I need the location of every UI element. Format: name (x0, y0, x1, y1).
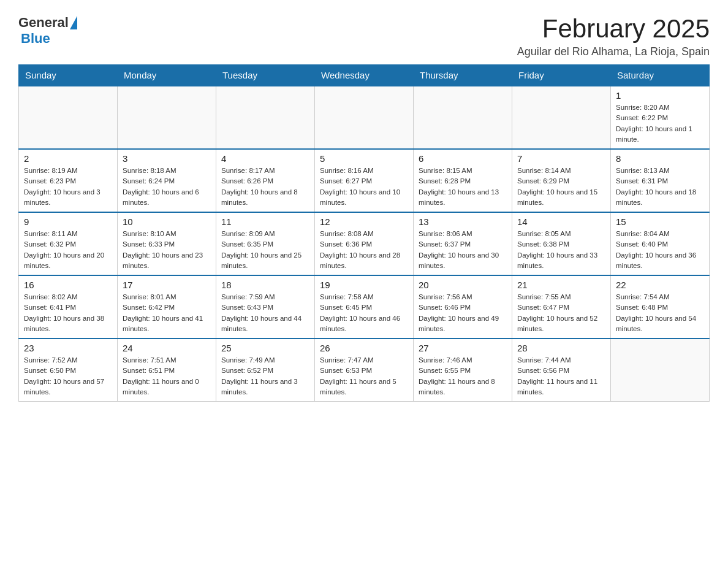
calendar-cell (216, 86, 315, 149)
calendar-cell: 15Sunrise: 8:04 AM Sunset: 6:40 PM Dayli… (611, 212, 710, 275)
day-number: 4 (221, 153, 309, 164)
day-info: Sunrise: 8:04 AM Sunset: 6:40 PM Dayligh… (616, 229, 704, 271)
page-header: General Blue February 2025 Aguilar del R… (18, 15, 710, 58)
day-number: 19 (320, 280, 408, 290)
day-info: Sunrise: 7:56 AM Sunset: 6:46 PM Dayligh… (419, 292, 507, 334)
location-text: Aguilar del Rio Alhama, La Rioja, Spain (517, 45, 710, 58)
day-number: 20 (419, 280, 507, 290)
day-number: 21 (517, 280, 605, 290)
calendar-cell (118, 86, 216, 149)
calendar-weekday-header: Tuesday (216, 65, 315, 86)
day-info: Sunrise: 7:58 AM Sunset: 6:45 PM Dayligh… (320, 292, 408, 334)
calendar-cell (19, 86, 118, 149)
calendar-cell: 27Sunrise: 7:46 AM Sunset: 6:55 PM Dayli… (414, 339, 512, 402)
day-info: Sunrise: 8:19 AM Sunset: 6:23 PM Dayligh… (24, 166, 112, 208)
day-info: Sunrise: 8:09 AM Sunset: 6:35 PM Dayligh… (221, 229, 309, 271)
month-title: February 2025 (517, 15, 710, 43)
calendar-cell: 4Sunrise: 8:17 AM Sunset: 6:26 PM Daylig… (216, 149, 315, 212)
calendar-cell: 1Sunrise: 8:20 AM Sunset: 6:22 PM Daylig… (611, 86, 710, 149)
calendar-cell: 2Sunrise: 8:19 AM Sunset: 6:23 PM Daylig… (19, 149, 118, 212)
day-number: 11 (221, 216, 309, 227)
day-number: 28 (517, 343, 605, 353)
calendar-cell: 8Sunrise: 8:13 AM Sunset: 6:31 PM Daylig… (611, 149, 710, 212)
calendar-cell: 21Sunrise: 7:55 AM Sunset: 6:47 PM Dayli… (512, 275, 611, 339)
day-info: Sunrise: 8:14 AM Sunset: 6:29 PM Dayligh… (517, 166, 605, 208)
day-number: 26 (320, 343, 408, 353)
day-info: Sunrise: 7:59 AM Sunset: 6:43 PM Dayligh… (221, 292, 309, 334)
calendar-cell: 14Sunrise: 8:05 AM Sunset: 6:38 PM Dayli… (512, 212, 611, 275)
day-info: Sunrise: 7:44 AM Sunset: 6:56 PM Dayligh… (517, 355, 605, 397)
calendar-weekday-header: Friday (512, 65, 611, 86)
calendar-cell (315, 86, 414, 149)
calendar-cell: 7Sunrise: 8:14 AM Sunset: 6:29 PM Daylig… (512, 149, 611, 212)
calendar-cell: 18Sunrise: 7:59 AM Sunset: 6:43 PM Dayli… (216, 275, 315, 339)
calendar-cell: 24Sunrise: 7:51 AM Sunset: 6:51 PM Dayli… (118, 339, 216, 402)
logo-blue-text: Blue (21, 31, 50, 46)
calendar-weekday-header: Wednesday (315, 65, 414, 86)
calendar-cell (611, 339, 710, 402)
day-number: 15 (616, 216, 704, 227)
day-number: 16 (24, 280, 112, 290)
calendar-week-row: 23Sunrise: 7:52 AM Sunset: 6:50 PM Dayli… (19, 339, 710, 402)
day-info: Sunrise: 7:54 AM Sunset: 6:48 PM Dayligh… (616, 292, 704, 334)
day-info: Sunrise: 7:47 AM Sunset: 6:53 PM Dayligh… (320, 355, 408, 397)
calendar-cell: 11Sunrise: 8:09 AM Sunset: 6:35 PM Dayli… (216, 212, 315, 275)
day-number: 7 (517, 153, 605, 164)
day-number: 3 (123, 153, 211, 164)
day-info: Sunrise: 8:06 AM Sunset: 6:37 PM Dayligh… (419, 229, 507, 271)
day-info: Sunrise: 8:05 AM Sunset: 6:38 PM Dayligh… (517, 229, 605, 271)
calendar-table: SundayMondayTuesdayWednesdayThursdayFrid… (18, 64, 710, 402)
day-number: 17 (123, 280, 211, 290)
day-info: Sunrise: 8:10 AM Sunset: 6:33 PM Dayligh… (123, 229, 211, 271)
day-info: Sunrise: 8:11 AM Sunset: 6:32 PM Dayligh… (24, 229, 112, 271)
day-number: 12 (320, 216, 408, 227)
day-number: 2 (24, 153, 112, 164)
calendar-weekday-header: Thursday (414, 65, 512, 86)
day-number: 9 (24, 216, 112, 227)
day-number: 23 (24, 343, 112, 353)
calendar-week-row: 1Sunrise: 8:20 AM Sunset: 6:22 PM Daylig… (19, 86, 710, 149)
calendar-cell: 25Sunrise: 7:49 AM Sunset: 6:52 PM Dayli… (216, 339, 315, 402)
day-info: Sunrise: 7:49 AM Sunset: 6:52 PM Dayligh… (221, 355, 309, 397)
calendar-header-row: SundayMondayTuesdayWednesdayThursdayFrid… (19, 65, 710, 86)
calendar-week-row: 16Sunrise: 8:02 AM Sunset: 6:41 PM Dayli… (19, 275, 710, 339)
day-info: Sunrise: 7:52 AM Sunset: 6:50 PM Dayligh… (24, 355, 112, 397)
day-number: 1 (616, 90, 704, 101)
day-number: 24 (123, 343, 211, 353)
calendar-cell: 10Sunrise: 8:10 AM Sunset: 6:33 PM Dayli… (118, 212, 216, 275)
calendar-cell (512, 86, 611, 149)
calendar-cell: 13Sunrise: 8:06 AM Sunset: 6:37 PM Dayli… (414, 212, 512, 275)
day-number: 27 (419, 343, 507, 353)
calendar-cell: 17Sunrise: 8:01 AM Sunset: 6:42 PM Dayli… (118, 275, 216, 339)
day-number: 8 (616, 153, 704, 164)
day-number: 10 (123, 216, 211, 227)
calendar-cell: 23Sunrise: 7:52 AM Sunset: 6:50 PM Dayli… (19, 339, 118, 402)
calendar-cell: 6Sunrise: 8:15 AM Sunset: 6:28 PM Daylig… (414, 149, 512, 212)
day-info: Sunrise: 8:01 AM Sunset: 6:42 PM Dayligh… (123, 292, 211, 334)
day-number: 25 (221, 343, 309, 353)
logo-general-text: General (18, 15, 69, 31)
calendar-cell: 28Sunrise: 7:44 AM Sunset: 6:56 PM Dayli… (512, 339, 611, 402)
calendar-cell: 19Sunrise: 7:58 AM Sunset: 6:45 PM Dayli… (315, 275, 414, 339)
header-title-block: February 2025 Aguilar del Rio Alhama, La… (517, 15, 710, 58)
logo-triangle-icon (70, 16, 77, 29)
day-info: Sunrise: 8:15 AM Sunset: 6:28 PM Dayligh… (419, 166, 507, 208)
day-info: Sunrise: 8:20 AM Sunset: 6:22 PM Dayligh… (616, 102, 704, 145)
day-number: 6 (419, 153, 507, 164)
day-info: Sunrise: 8:08 AM Sunset: 6:36 PM Dayligh… (320, 229, 408, 271)
calendar-weekday-header: Saturday (611, 65, 710, 86)
day-number: 18 (221, 280, 309, 290)
day-info: Sunrise: 7:51 AM Sunset: 6:51 PM Dayligh… (123, 355, 211, 397)
calendar-cell: 22Sunrise: 7:54 AM Sunset: 6:48 PM Dayli… (611, 275, 710, 339)
day-info: Sunrise: 8:18 AM Sunset: 6:24 PM Dayligh… (123, 166, 211, 208)
calendar-cell: 9Sunrise: 8:11 AM Sunset: 6:32 PM Daylig… (19, 212, 118, 275)
day-number: 22 (616, 280, 704, 290)
calendar-cell: 12Sunrise: 8:08 AM Sunset: 6:36 PM Dayli… (315, 212, 414, 275)
day-number: 13 (419, 216, 507, 227)
calendar-weekday-header: Monday (118, 65, 216, 86)
calendar-cell: 20Sunrise: 7:56 AM Sunset: 6:46 PM Dayli… (414, 275, 512, 339)
day-number: 14 (517, 216, 605, 227)
calendar-cell: 3Sunrise: 8:18 AM Sunset: 6:24 PM Daylig… (118, 149, 216, 212)
day-info: Sunrise: 7:46 AM Sunset: 6:55 PM Dayligh… (419, 355, 507, 397)
day-info: Sunrise: 8:13 AM Sunset: 6:31 PM Dayligh… (616, 166, 704, 208)
